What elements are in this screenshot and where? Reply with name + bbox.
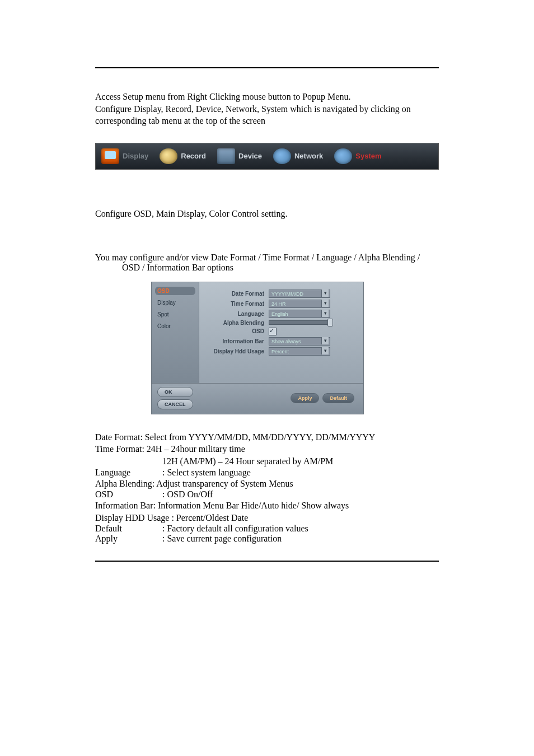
- label-date-format: Date Format: [207, 291, 264, 297]
- def-alpha-blending: Alpha Blending: Adjust transparency of S…: [95, 478, 439, 490]
- system-icon: [334, 148, 352, 164]
- select-time-format[interactable]: 24 HR: [269, 300, 330, 308]
- tab-system[interactable]: System: [329, 143, 387, 169]
- def-osd-key: OSD: [95, 489, 162, 500]
- def-date-format: Date Format: Select from YYYY/MM/DD, MM/…: [95, 431, 439, 444]
- slider-thumb[interactable]: [327, 319, 333, 326]
- def-apply-key: Apply: [95, 534, 162, 544]
- def-information-bar: Information Bar: Information Menu Bar Hi…: [95, 500, 439, 512]
- select-display-hdd-usage[interactable]: Percent: [269, 347, 330, 356]
- configure-summary: Configure OSD, Main Display, Color Contr…: [95, 209, 439, 219]
- osd-form: Date Format YYYY/MM/DD Time Format 24 HR…: [199, 282, 363, 383]
- osd-footer: OK CANCEL Apply Default: [152, 383, 363, 414]
- osd-settings-panel: OSD Display Spot Color Date Format YYYY/…: [151, 282, 364, 414]
- sidebar-item-color[interactable]: Color: [155, 322, 195, 330]
- sidebar-item-display[interactable]: Display: [155, 298, 195, 307]
- tab-display-label: Display: [123, 152, 148, 160]
- bottom-rule: [95, 561, 439, 562]
- network-icon: [273, 148, 291, 164]
- intro-line-2: Configure Display, Record, Device, Netwo…: [95, 103, 439, 127]
- display-icon: [101, 148, 119, 164]
- label-alpha-blending: Alpha Blending: [207, 320, 264, 326]
- tab-display[interactable]: Display: [96, 143, 154, 169]
- default-button[interactable]: Default: [322, 393, 354, 403]
- def-osd-val: : OSD On/Off: [162, 489, 213, 500]
- tab-record[interactable]: Record: [154, 143, 212, 169]
- cancel-button[interactable]: CANCEL: [157, 399, 193, 409]
- slider-alpha-blending[interactable]: [269, 320, 331, 325]
- intro-line-1: Access Setup menu from Right Clicking mo…: [95, 91, 439, 103]
- record-icon: [160, 148, 177, 164]
- def-default-key: Default: [95, 524, 162, 534]
- ok-button[interactable]: OK: [157, 387, 193, 397]
- osd-sidebar: OSD Display Spot Color: [152, 282, 199, 383]
- def-time-format-a: Time Format: 24H – 24hour military time: [95, 443, 439, 455]
- setup-tabstrip: Display Record Device Network System: [95, 143, 439, 170]
- tab-record-label: Record: [181, 152, 206, 160]
- def-time-format-b: 12H (AM/PM) – 24 Hour separated by AM/PM: [95, 455, 439, 468]
- tab-system-label: System: [355, 152, 381, 160]
- tab-device-label: Device: [238, 152, 262, 160]
- tab-network-label: Network: [294, 152, 323, 160]
- def-language-val: : Select system language: [162, 468, 251, 478]
- osd-intro: You may configure and/or view Date Forma…: [95, 253, 439, 273]
- select-language[interactable]: English: [269, 310, 330, 318]
- intro-paragraph: Access Setup menu from Right Clicking mo…: [95, 91, 439, 127]
- select-date-format[interactable]: YYYY/MM/DD: [269, 290, 330, 298]
- definitions-block: Date Format: Select from YYYY/MM/DD, MM/…: [95, 431, 439, 544]
- sidebar-item-osd[interactable]: OSD: [155, 287, 195, 295]
- label-time-format: Time Format: [207, 301, 264, 307]
- def-apply-val: : Save current page configuration: [162, 534, 282, 544]
- label-information-bar: Information Bar: [207, 338, 264, 344]
- checkbox-osd[interactable]: [269, 328, 277, 335]
- label-display-hdd-usage: Display Hdd Usage: [207, 348, 264, 354]
- device-icon: [217, 148, 235, 164]
- tab-device[interactable]: Device: [212, 143, 268, 169]
- def-default-val: : Factory default all configuration valu…: [162, 524, 308, 534]
- apply-button[interactable]: Apply: [291, 393, 319, 403]
- select-information-bar[interactable]: Show always: [269, 337, 330, 346]
- label-osd: OSD: [207, 328, 264, 334]
- top-rule: [95, 67, 439, 68]
- def-language-key: Language: [95, 468, 162, 478]
- sidebar-item-spot[interactable]: Spot: [155, 310, 195, 319]
- label-language: Language: [207, 311, 264, 317]
- tab-network[interactable]: Network: [268, 143, 329, 169]
- def-display-hdd-usage: Display HDD Usage : Percent/Oldest Date: [95, 512, 439, 524]
